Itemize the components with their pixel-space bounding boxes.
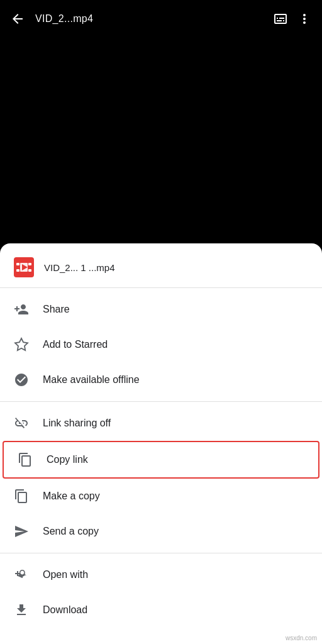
star-icon xyxy=(13,336,30,353)
svg-rect-1 xyxy=(16,263,19,265)
copy-link-menu-item[interactable]: Copy link xyxy=(3,441,319,479)
header-bar: VID_2...mp4 xyxy=(0,11,322,26)
download-icon xyxy=(13,601,30,619)
open-with-icon xyxy=(13,566,30,584)
video-area: VID_2...mp4 xyxy=(0,0,322,201)
share-label: Share xyxy=(43,304,70,315)
download-menu-item[interactable]: Download xyxy=(0,592,322,628)
send-copy-menu-item[interactable]: Send a copy xyxy=(0,514,322,549)
open-with-label: Open with xyxy=(43,569,88,580)
copy-link-label: Copy link xyxy=(47,454,88,465)
send-copy-label: Send a copy xyxy=(43,526,99,537)
menu-section-3: Open with Download xyxy=(0,553,322,631)
file-copy-icon xyxy=(13,487,30,505)
menu-section-2: Link sharing off Copy link Make a copy xyxy=(0,402,322,553)
svg-rect-4 xyxy=(28,269,31,272)
more-button[interactable] xyxy=(297,11,312,26)
svg-marker-7 xyxy=(15,338,28,350)
link-sharing-label: Link sharing off xyxy=(43,418,111,429)
copy-icon xyxy=(16,451,34,469)
bottom-sheet: VID_2... 1 ...mp4 Share Add to Starred xyxy=(0,243,322,644)
link-off-icon xyxy=(13,414,30,432)
file-name: VID_2... 1 ...mp4 xyxy=(44,262,115,273)
share-menu-item[interactable]: Share xyxy=(0,292,322,327)
offline-menu-item[interactable]: Make available offline xyxy=(0,362,322,397)
make-copy-menu-item[interactable]: Make a copy xyxy=(0,479,322,514)
menu-section-1: Share Add to Starred Make available offl… xyxy=(0,288,322,402)
link-sharing-menu-item[interactable]: Link sharing off xyxy=(0,406,322,441)
send-icon xyxy=(13,523,30,540)
film-icon xyxy=(13,256,35,279)
open-with-menu-item[interactable]: Open with xyxy=(0,557,322,592)
offline-icon xyxy=(13,371,30,389)
file-header: VID_2... 1 ...mp4 xyxy=(0,243,322,288)
offline-label: Make available offline xyxy=(43,374,140,386)
watermark: wsxdn.com xyxy=(286,635,317,641)
add-starred-menu-item[interactable]: Add to Starred xyxy=(0,327,322,362)
make-copy-label: Make a copy xyxy=(43,491,100,502)
header-left: VID_2...mp4 xyxy=(10,11,93,26)
svg-rect-3 xyxy=(28,263,31,265)
svg-rect-2 xyxy=(16,269,19,272)
add-starred-label: Add to Starred xyxy=(43,339,108,350)
caption-button[interactable] xyxy=(273,11,288,26)
back-button[interactable] xyxy=(10,11,25,26)
page-title: VID_2...mp4 xyxy=(35,13,93,25)
header-right xyxy=(273,11,312,26)
download-label: Download xyxy=(43,604,87,616)
share-person-icon xyxy=(13,301,30,318)
